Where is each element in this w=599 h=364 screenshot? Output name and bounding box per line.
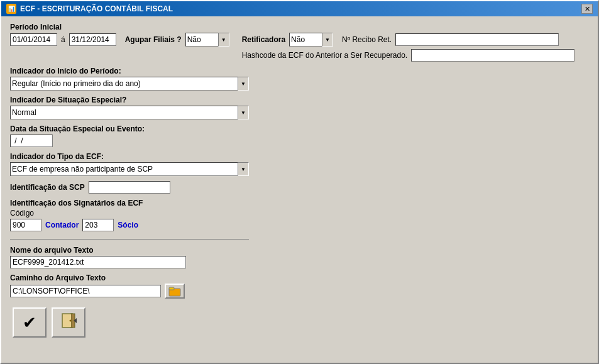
- confirm-button[interactable]: ✔: [13, 307, 47, 338]
- indicador-situacao-section: Indicador De Situação Especial? Normal F…: [10, 96, 589, 119]
- indicador-inicio-label: Indicador do Início do Período:: [10, 67, 589, 75]
- identificacao-scp-input[interactable]: [89, 181, 170, 194]
- agupar-filiais-label: Agupar Filiais ?: [125, 35, 182, 44]
- indicador-situacao-label: Indicador De Situação Especial?: [10, 96, 589, 104]
- browse-button[interactable]: [165, 284, 185, 299]
- retificadora-label: Retificadora: [242, 35, 285, 44]
- bottom-section: Nome do arquivo Texto Caminho do Arquivo…: [10, 246, 589, 299]
- data-situacao-section: Data da Situação Especial ou Evento:: [10, 124, 589, 147]
- indicador-situacao-select[interactable]: Normal Fusão Cisão Extinção: [10, 106, 249, 119]
- indicador-inicio-select[interactable]: Regular (Início no primeiro dia do ano) …: [10, 77, 249, 91]
- nome-arquivo-label: Nome do arquivo Texto: [10, 246, 589, 255]
- periodo-separator: á: [61, 35, 65, 44]
- close-button[interactable]: ✕: [581, 4, 593, 14]
- caminho-arquivo-section: Caminho do Arquivo Texto: [10, 273, 589, 299]
- periodo-end-input[interactable]: [69, 33, 116, 46]
- socio-input[interactable]: [82, 219, 114, 231]
- nome-arquivo-section: Nome do arquivo Texto: [10, 246, 589, 268]
- action-buttons: ✔: [13, 307, 589, 338]
- signatarios-codigo-label: Código: [10, 209, 589, 218]
- retificadora-wrapper: Não Sim ▼: [289, 33, 333, 47]
- exit-button[interactable]: [52, 307, 85, 338]
- signatarios-section: Identificação dos Signatários da ECF Cód…: [10, 199, 589, 231]
- indicador-tipo-label: Indicador do Tipo da ECF:: [10, 152, 589, 161]
- signatarios-row: Contador Sócio: [10, 219, 589, 231]
- app-icon: 📊: [6, 4, 16, 14]
- exit-icon: [60, 312, 77, 333]
- content-area: Período Inicial á Agupar Filiais ? Não S…: [1, 16, 598, 363]
- data-situacao-label: Data da Situação Especial ou Evento:: [10, 124, 589, 133]
- agupar-filiais-wrapper: Não Sim ▼: [185, 33, 229, 47]
- contador-link[interactable]: Contador: [45, 221, 79, 229]
- indicador-situacao-wrapper: Normal Fusão Cisão Extinção ▼: [10, 106, 249, 119]
- signatarios-section-label: Identificação dos Signatários da ECF: [10, 199, 589, 207]
- identificacao-scp-section: Identificação da SCP: [10, 181, 589, 194]
- identificacao-scp-label: Identificação da SCP: [10, 183, 85, 192]
- nrecibo-label: Nº Recibo Ret.: [342, 35, 392, 44]
- folder-icon: [168, 285, 181, 297]
- periodo-section: Período Inicial á Agupar Filiais ? Não S…: [10, 23, 589, 62]
- exit-svg-icon: [60, 312, 77, 329]
- periodo-label: Período Inicial: [10, 23, 589, 31]
- svg-rect-1: [169, 287, 174, 290]
- socio-link[interactable]: Sócio: [118, 221, 138, 229]
- indicador-tipo-wrapper: ECF de empresa não participante de SCP O…: [10, 162, 249, 176]
- agupar-filiais-select[interactable]: Não Sim: [185, 33, 229, 47]
- section-divider: [10, 239, 249, 240]
- title-bar: 📊 ECF - ESCRITURAÇÃO CONTÁBIL FISCAL ✕: [1, 1, 598, 16]
- indicador-tipo-select[interactable]: ECF de empresa não participante de SCP O…: [10, 162, 249, 176]
- indicador-inicio-section: Indicador do Início do Período: Regular …: [10, 67, 589, 91]
- retificadora-section: Retificadora Não Sim ▼ Nº Recibo Ret. H: [242, 33, 574, 62]
- contador-input[interactable]: [10, 219, 41, 231]
- window-title: ECF - ESCRITURAÇÃO CONTÁBIL FISCAL: [20, 4, 173, 13]
- retificadora-select[interactable]: Não Sim: [289, 33, 333, 47]
- hashcode-input[interactable]: [411, 49, 574, 62]
- caminho-arquivo-label: Caminho do Arquivo Texto: [10, 273, 589, 282]
- nrecibo-input[interactable]: [395, 33, 559, 46]
- confirm-icon: ✔: [23, 313, 36, 333]
- indicador-inicio-wrapper: Regular (Início no primeiro dia do ano) …: [10, 77, 249, 91]
- svg-point-5: [70, 320, 72, 322]
- caminho-arquivo-input[interactable]: [10, 285, 161, 297]
- nome-arquivo-input[interactable]: [10, 256, 186, 268]
- filepath-row: [10, 284, 589, 299]
- main-window: 📊 ECF - ESCRITURAÇÃO CONTÁBIL FISCAL ✕ P…: [0, 0, 599, 364]
- periodo-start-input[interactable]: [10, 33, 57, 46]
- hashcode-label: Hashcode da ECF do Anterior a Ser Recupe…: [242, 51, 407, 60]
- data-situacao-input[interactable]: [10, 135, 53, 147]
- periodo-left: á Agupar Filiais ? Não Sim ▼: [10, 33, 229, 49]
- indicador-tipo-section: Indicador do Tipo da ECF: ECF de empresa…: [10, 152, 589, 176]
